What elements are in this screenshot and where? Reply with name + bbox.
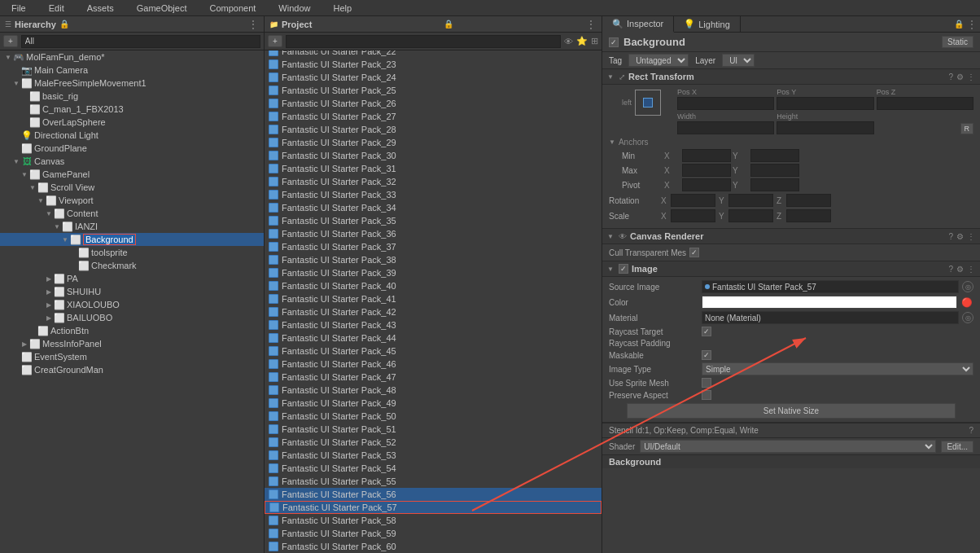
project-menu-icon[interactable]: ⋮ [585, 18, 597, 31]
layer-select[interactable]: UI [722, 54, 755, 67]
project-list-item[interactable]: Fantastic UI Starter Pack_53 [265, 449, 602, 462]
hierarchy-menu-icon[interactable]: ⋮ [247, 18, 259, 31]
tree-item[interactable]: ▶⬜MessInfoPanel [0, 337, 264, 350]
pivot-x-input[interactable]: 0.5 [682, 178, 731, 191]
project-list-item[interactable]: Fantastic UI Starter Pack_60 [265, 540, 602, 553]
project-list-item[interactable]: Fantastic UI Starter Pack_35 [265, 214, 602, 227]
canvas-overflow-icon[interactable]: ⋮ [967, 232, 975, 241]
eyedropper-icon[interactable]: 🔴 [960, 297, 973, 308]
rect-help-icon[interactable]: ? [948, 72, 953, 81]
max-y-input[interactable]: 1 [750, 164, 799, 177]
menu-edit[interactable]: Edit [44, 2, 69, 15]
tree-item[interactable]: ▶⬜SHUIHU [0, 285, 264, 298]
tree-item[interactable]: ▼⬜Scroll View [0, 181, 264, 194]
project-list-item[interactable]: Fantastic UI Starter Pack_57 [265, 501, 602, 514]
tree-item[interactable]: ⬜CreatGroundMan [0, 363, 264, 376]
shader-edit-button[interactable]: Edit... [941, 441, 973, 453]
min-x-input[interactable]: 0 [682, 149, 731, 162]
tree-item[interactable]: 📷Main Camera [0, 64, 264, 77]
project-star-icon[interactable]: ⭐ [576, 36, 588, 46]
project-list-item[interactable]: Fantastic UI Starter Pack_41 [265, 292, 602, 305]
rot-x-input[interactable]: 0 [671, 194, 715, 207]
cull-checkbox[interactable] [689, 248, 699, 257]
project-list-item[interactable]: Fantastic UI Starter Pack_46 [265, 358, 602, 371]
min-y-input[interactable]: 1 [750, 149, 799, 162]
project-list-item[interactable]: Fantastic UI Starter Pack_34 [265, 201, 602, 214]
maskable-checkbox[interactable] [702, 350, 711, 360]
scale-x-input[interactable]: 1 [671, 209, 715, 222]
project-list-item[interactable]: Fantastic UI Starter Pack_31 [265, 162, 602, 175]
project-list-item[interactable]: Fantastic UI Starter Pack_47 [265, 371, 602, 384]
canvas-renderer-section[interactable]: ▼ 👁 Canvas Renderer ? ⚙ ⋮ [602, 229, 980, 244]
project-list-item[interactable]: Fantastic UI Starter Pack_29 [265, 136, 602, 149]
project-list-item[interactable]: Fantastic UI Starter Pack_56 [265, 488, 602, 501]
tree-item[interactable]: ▼⬜MaleFreeSimpleMovement1 [0, 77, 264, 90]
project-eye-icon[interactable]: 👁 [564, 37, 573, 46]
inspector-menu-icon[interactable]: ⋮ [967, 19, 977, 30]
rect-transform-section[interactable]: ▼ ⤢ Rect Transform ? ⚙ ⋮ [602, 69, 980, 85]
image-help-icon[interactable]: ? [948, 265, 953, 274]
scale-y-input[interactable]: 1 [728, 209, 773, 222]
tree-item[interactable]: ▼⬜IANZI [0, 220, 264, 233]
tree-item[interactable]: ⬜Checkmark [0, 259, 264, 272]
tree-item[interactable]: ▶⬜XIAOLOUBO [0, 298, 264, 311]
tree-item[interactable]: ▼🖼Canvas [0, 155, 264, 168]
image-type-select[interactable]: Simple [702, 362, 973, 375]
project-list-item[interactable]: Fantastic UI Starter Pack_40 [265, 279, 602, 292]
hierarchy-lock-icon[interactable]: 🔒 [59, 20, 69, 29]
width-input[interactable]: 100 [677, 121, 774, 134]
pos-x-input[interactable]: 50 [677, 97, 774, 110]
menu-assets[interactable]: Assets [82, 2, 119, 15]
color-swatch[interactable] [702, 296, 957, 309]
pos-z-input[interactable]: 0 [877, 97, 973, 110]
canvas-settings-icon[interactable]: ⚙ [956, 232, 964, 241]
tree-item[interactable]: ▼🎮MolFamFun_demo* [0, 50, 264, 64]
tree-item[interactable]: ▶⬜BAILUOBO [0, 311, 264, 324]
menu-window[interactable]: Window [273, 2, 315, 15]
project-list-item[interactable]: Fantastic UI Starter Pack_38 [265, 253, 602, 266]
image-active-checkbox[interactable] [619, 264, 628, 274]
project-list-item[interactable]: Fantastic UI Starter Pack_33 [265, 188, 602, 201]
image-section[interactable]: ▼ Image ? ⚙ ⋮ [602, 261, 980, 277]
tree-item[interactable]: ⬜EventSystem [0, 350, 264, 363]
project-lock-icon[interactable]: 🔒 [444, 20, 453, 29]
scale-z-input[interactable]: 1 [786, 209, 831, 222]
tree-item[interactable]: ▼⬜Viewport [0, 194, 264, 207]
tree-item[interactable]: ▼⬜GamePanel [0, 168, 264, 181]
use-sprite-mesh-checkbox[interactable] [702, 378, 711, 388]
project-list-item[interactable]: Fantastic UI Starter Pack_23 [265, 58, 602, 71]
project-list-item[interactable]: Fantastic UI Starter Pack_51 [265, 423, 602, 436]
project-list-item[interactable]: Fantastic UI Starter Pack_30 [265, 149, 602, 162]
menu-gameobject[interactable]: GameObject [132, 2, 192, 15]
tree-item[interactable]: ⬜basic_rig [0, 90, 264, 103]
project-list-item[interactable]: Fantastic UI Starter Pack_42 [265, 305, 602, 318]
object-active-checkbox[interactable] [609, 37, 619, 47]
tree-item[interactable]: ▶⬜PA [0, 272, 264, 285]
tree-item[interactable]: ▼⬜Background [0, 233, 264, 246]
project-list-item[interactable]: Fantastic UI Starter Pack_32 [265, 175, 602, 188]
project-grid-icon[interactable]: ⊞ [591, 36, 598, 46]
r-button[interactable]: R [960, 123, 974, 134]
project-list-item[interactable]: Fantastic UI Starter Pack_48 [265, 384, 602, 397]
project-list-item[interactable]: Fantastic UI Starter Pack_43 [265, 318, 602, 331]
set-native-size-button[interactable]: Set Native Size [627, 403, 955, 419]
rot-z-input[interactable]: 0 [786, 194, 831, 207]
project-list-item[interactable]: Fantastic UI Starter Pack_25 [265, 84, 602, 97]
pivot-y-input[interactable]: 0.5 [750, 178, 799, 191]
image-settings-icon[interactable]: ⚙ [956, 265, 964, 274]
height-input[interactable]: 100 [777, 121, 873, 134]
menu-component[interactable]: Component [204, 2, 260, 15]
raycast-target-checkbox[interactable] [702, 327, 711, 336]
rect-overflow-icon[interactable]: ⋮ [967, 72, 975, 81]
project-list-item[interactable]: Fantastic UI Starter Pack_45 [265, 345, 602, 358]
rect-settings-icon[interactable]: ⚙ [956, 72, 964, 81]
preserve-aspect-checkbox[interactable] [702, 390, 711, 400]
project-search-input[interactable] [286, 35, 561, 48]
project-list-item[interactable]: Fantastic UI Starter Pack_22 [265, 50, 602, 58]
pos-y-input[interactable]: -50 [777, 97, 873, 110]
menu-file[interactable]: File [7, 2, 31, 15]
tag-select[interactable]: Untagged [628, 54, 689, 67]
project-list-item[interactable]: Fantastic UI Starter Pack_28 [265, 123, 602, 136]
project-list-item[interactable]: Fantastic UI Starter Pack_24 [265, 71, 602, 84]
project-list-item[interactable]: Fantastic UI Starter Pack_54 [265, 462, 602, 475]
